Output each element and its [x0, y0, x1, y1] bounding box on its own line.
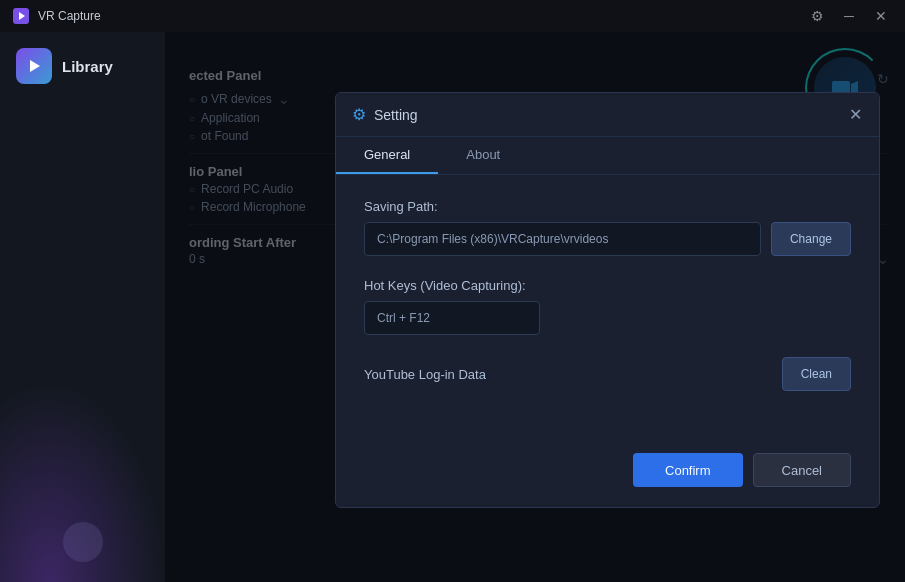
logo-icon	[16, 48, 52, 84]
titlebar: VR Capture ⚙ ─ ✕	[0, 0, 905, 32]
tab-general[interactable]: General	[336, 137, 438, 174]
app-title: VR Capture	[38, 9, 805, 23]
saving-path-group: Saving Path: Change	[364, 199, 851, 256]
minimize-btn[interactable]: ─	[837, 4, 861, 28]
app-icon	[12, 7, 30, 25]
confirm-button[interactable]: Confirm	[633, 453, 743, 487]
dialog-close-btn[interactable]: ✕	[843, 103, 867, 127]
youtube-label: YouTube Log-in Data	[364, 367, 486, 382]
dialog-footer: Confirm Cancel	[336, 437, 879, 507]
dialog-setting-icon: ⚙	[352, 105, 366, 124]
dialog-title: Setting	[374, 107, 418, 123]
settings-dialog: ⚙ Setting ✕ General About	[335, 92, 880, 508]
avatar	[63, 522, 103, 562]
hotkeys-input[interactable]	[364, 301, 540, 335]
sidebar: Library	[0, 32, 165, 582]
clean-btn[interactable]: Clean	[782, 357, 851, 391]
hotkeys-label: Hot Keys (Video Capturing):	[364, 278, 851, 293]
main-area: Library ected Panel ↻	[0, 32, 905, 582]
hotkeys-group: Hot Keys (Video Capturing):	[364, 278, 851, 335]
close-btn[interactable]: ✕	[869, 4, 893, 28]
settings-btn[interactable]: ⚙	[805, 4, 829, 28]
change-btn[interactable]: Change	[771, 222, 851, 256]
youtube-group: YouTube Log-in Data Clean	[364, 357, 851, 391]
dialog-overlay: ⚙ Setting ✕ General About	[165, 32, 905, 582]
svg-marker-2	[30, 60, 40, 72]
saving-path-input[interactable]	[364, 222, 761, 256]
saving-path-row: Change	[364, 222, 851, 256]
saving-path-label: Saving Path:	[364, 199, 851, 214]
sidebar-logo[interactable]: Library	[0, 48, 113, 84]
youtube-row: YouTube Log-in Data Clean	[364, 357, 851, 391]
tab-about[interactable]: About	[438, 137, 528, 174]
logo-text: Library	[62, 58, 113, 75]
dialog-content: Saving Path: Change Hot Keys (Video Capt…	[336, 175, 879, 437]
cancel-button[interactable]: Cancel	[753, 453, 851, 487]
dialog-header: ⚙ Setting ✕	[336, 93, 879, 137]
right-panel: ected Panel ↻ o VR devices ⌄ Application…	[165, 32, 905, 582]
window-controls: ⚙ ─ ✕	[805, 4, 893, 28]
dialog-tabs: General About	[336, 137, 879, 175]
